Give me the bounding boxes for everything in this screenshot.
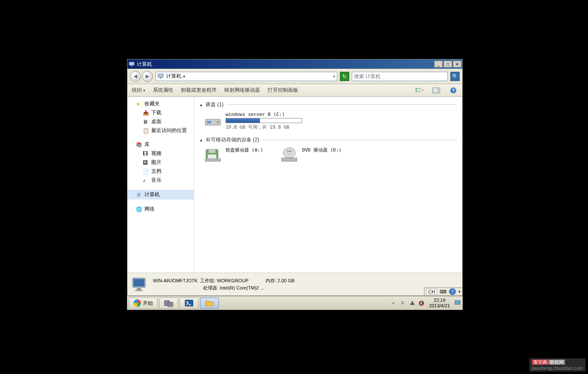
sidebar-favorites[interactable]: ★ 收藏夹 xyxy=(127,99,194,108)
breadcrumb[interactable]: 计算机 xyxy=(166,73,181,80)
help-icon[interactable]: ? xyxy=(449,87,458,94)
titlebar[interactable]: 计算机 _ □ ✕ xyxy=(127,59,462,69)
computer-icon xyxy=(158,73,164,79)
star-icon: ★ xyxy=(136,101,143,107)
drive-c-stats: 10.8 GB 可用，共 19.8 GB xyxy=(226,124,302,130)
ime-indicator[interactable]: CH xyxy=(426,289,437,295)
minimize-button[interactable]: _ xyxy=(434,61,443,67)
drive-d-dvd[interactable]: DVD DVD 驱动器 (D:) xyxy=(280,147,342,162)
svg-text:?: ? xyxy=(452,88,455,93)
svg-rect-4 xyxy=(416,88,417,90)
drive-a-floppy[interactable]: 软盘驱动器 (A:) xyxy=(204,147,263,162)
taskbar-powershell[interactable] xyxy=(180,298,198,309)
video-icon: 🎞 xyxy=(143,151,150,157)
drive-a-name: 软盘驱动器 (A:) xyxy=(226,147,263,153)
sidebar-item-videos[interactable]: 🎞 视频 xyxy=(127,149,194,158)
taskbar: 开始 « ⚐ 🖧 🔇 22:19 2013/4/21 xyxy=(127,296,463,310)
workgroup-value: WORKGROUP xyxy=(217,278,249,283)
help-icon[interactable]: ? xyxy=(449,288,456,295)
language-bar: CH ⌨ ? ▾ xyxy=(424,287,463,296)
sidebar-computer[interactable]: 🖥 计算机 xyxy=(127,190,194,200)
breadcrumb-dropdown[interactable]: ▾ xyxy=(183,74,185,79)
svg-rect-24 xyxy=(133,279,144,287)
svg-rect-9 xyxy=(437,88,440,93)
close-button[interactable]: ✕ xyxy=(453,61,461,67)
hdd-icon xyxy=(204,112,222,127)
toolbar: 组织 ▾ 系统属性 卸载或更改程序 映射网络驱动器 打开控制面板 ? xyxy=(127,84,462,97)
picture-icon: 🖼 xyxy=(143,160,150,166)
flag-icon[interactable]: ⚐ xyxy=(399,300,406,307)
computer-icon: 🖥 xyxy=(136,192,143,198)
forward-button[interactable]: ► xyxy=(142,71,153,82)
download-icon: 📥 xyxy=(143,110,150,116)
drive-c-name: windows server 8 (C:) xyxy=(226,112,302,117)
drive-c[interactable]: windows server 8 (C:) 10.8 GB 可用，共 19.8 … xyxy=(204,112,302,130)
options-dropdown[interactable]: ▾ xyxy=(458,290,461,294)
collapse-arrow-icon: ▲ xyxy=(199,138,203,142)
svg-rect-28 xyxy=(168,302,173,307)
network-tray-icon[interactable]: 🖧 xyxy=(409,300,416,307)
svg-rect-3 xyxy=(160,78,161,79)
svg-rect-1 xyxy=(131,66,133,67)
dvd-icon: DVD xyxy=(280,147,299,162)
computer-name: WIN-ARJOMFTJOTK xyxy=(153,278,198,283)
svg-text:DVD: DVD xyxy=(287,150,292,152)
desktop-icon: 🖥 xyxy=(143,119,150,125)
sidebar-libraries[interactable]: 📚 库 xyxy=(127,140,194,149)
refresh-button[interactable]: ↻ xyxy=(340,72,349,81)
explorer-window: 计算机 _ □ ✕ ◄ ► 计算机 ▾ ▾ ↻ xyxy=(127,59,463,296)
sidebar-item-downloads[interactable]: 📥 下载 xyxy=(127,108,194,117)
sidebar-item-pictures[interactable]: 🖼 图片 xyxy=(127,158,194,167)
svg-rect-2 xyxy=(158,74,163,77)
svg-rect-18 xyxy=(205,159,220,161)
computer-icon xyxy=(128,61,135,67)
details-pane: WIN-ARJOMFTJOTK 工作组: WORKGROUP 内存: 2.00 … xyxy=(127,273,462,295)
document-icon: 📄 xyxy=(143,169,150,174)
search-button[interactable]: 🔍 xyxy=(450,72,460,81)
keyboard-icon[interactable]: ⌨ xyxy=(440,289,447,295)
show-desktop[interactable] xyxy=(454,300,461,307)
view-options-icon[interactable] xyxy=(415,87,424,94)
address-dropdown[interactable]: ▾ xyxy=(333,74,335,79)
taskbar-clock[interactable]: 22:19 2013/4/21 xyxy=(427,298,452,309)
sidebar-item-music[interactable]: ♪ 音乐 xyxy=(127,176,194,185)
window-title: 计算机 xyxy=(137,61,434,68)
sidebar-item-desktop[interactable]: 🖥 桌面 xyxy=(127,117,194,126)
maximize-button[interactable]: □ xyxy=(444,61,452,67)
show-hidden-icons[interactable]: « xyxy=(390,300,397,307)
network-icon: 🌐 xyxy=(136,206,143,212)
svg-rect-26 xyxy=(135,290,143,291)
system-properties-button[interactable]: 系统属性 xyxy=(153,87,173,94)
svg-point-14 xyxy=(217,121,219,123)
search-box[interactable] xyxy=(352,72,448,81)
back-button[interactable]: ◄ xyxy=(130,71,141,82)
section-header-hdd[interactable]: ▲ 硬盘 (1) xyxy=(199,101,457,108)
control-panel-button[interactable]: 打开控制面板 xyxy=(268,87,298,94)
library-icon: 📚 xyxy=(136,142,143,148)
map-drive-button[interactable]: 映射网络驱动器 xyxy=(224,87,260,94)
search-input[interactable] xyxy=(354,73,446,79)
drive-c-usage-bar xyxy=(226,118,302,123)
svg-rect-5 xyxy=(416,90,417,92)
sidebar-item-recent[interactable]: 📋 最近访问的位置 xyxy=(127,126,194,135)
sidebar-item-documents[interactable]: 📄 文档 xyxy=(127,167,194,176)
section-header-removable[interactable]: ▲ 有可移动存储的设备 (2) xyxy=(199,136,457,143)
collapse-arrow-icon: ▲ xyxy=(199,103,203,107)
navigation-sidebar: ★ 收藏夹 📥 下载 🖥 桌面 📋 最近访问的位置 xyxy=(127,97,194,273)
nav-bar: ◄ ► 计算机 ▾ ▾ ↻ 🔍 xyxy=(127,69,462,84)
volume-icon[interactable]: 🔇 xyxy=(418,300,425,307)
floppy-icon xyxy=(204,147,222,162)
start-button[interactable]: 开始 xyxy=(129,298,158,309)
svg-rect-0 xyxy=(129,62,134,65)
memory-value: 2.00 GB xyxy=(277,278,294,283)
taskbar-explorer[interactable] xyxy=(200,298,219,309)
address-bar[interactable]: 计算机 ▾ ▾ xyxy=(155,72,337,81)
taskbar-server-manager[interactable] xyxy=(159,298,178,309)
organize-button[interactable]: 组织 ▾ xyxy=(132,87,145,94)
svg-rect-22 xyxy=(282,158,297,161)
preview-pane-icon[interactable] xyxy=(432,87,441,94)
recent-icon: 📋 xyxy=(143,128,150,134)
drive-d-name: DVD 驱动器 (D:) xyxy=(302,147,342,153)
sidebar-network[interactable]: 🌐 网络 xyxy=(127,205,194,214)
uninstall-button[interactable]: 卸载或更改程序 xyxy=(181,87,217,94)
